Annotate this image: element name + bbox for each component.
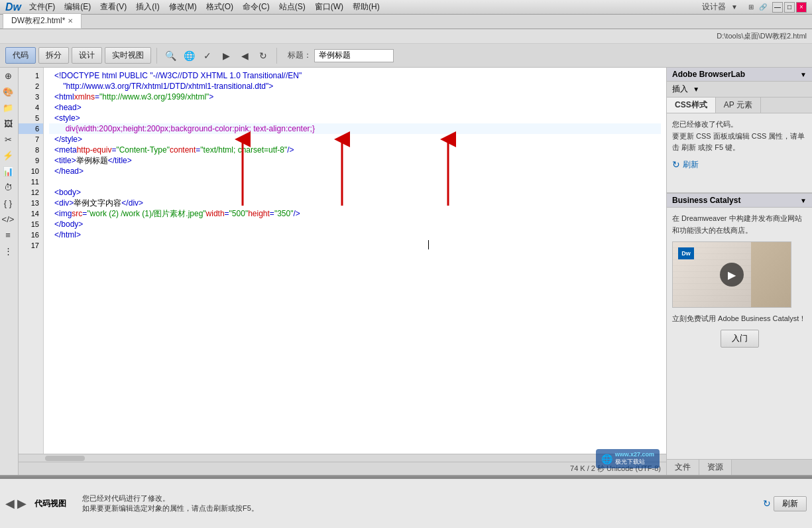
mode-dropdown[interactable]: ▼: [731, 3, 738, 11]
business-catalyst-panel: Business Catalyst ▼ 在 Dreamweaver 中构建并发布…: [667, 193, 812, 353]
line-num-14: 14: [19, 208, 43, 219]
sidebar-insert-icon[interactable]: ⊕: [0, 68, 16, 84]
menu-insert[interactable]: 插入(I): [132, 1, 163, 13]
prop-text: 您已经对代码进行了修改。 如果要更新编辑选定对象的属性，请点击刷新或按F5。: [82, 494, 755, 513]
bc-enter-button[interactable]: 入门: [721, 330, 759, 348]
sidebar-assets-icon[interactable]: 🖼: [0, 115, 16, 131]
watermark-text: www.x27.com 极光下载站: [615, 451, 654, 466]
menu-help[interactable]: 帮助(H): [349, 1, 384, 13]
maximize-button[interactable]: □: [784, 2, 795, 13]
css-ap-tabs: CSS样式 AP 元素: [667, 98, 812, 113]
refresh-icon[interactable]: ↻: [255, 48, 271, 64]
page-title-input[interactable]: [314, 49, 394, 62]
code-editor[interactable]: 1 2 3 4 5 6 7 8 9 10 11 12 13: [19, 68, 666, 454]
watermark: 🌐 www.x27.com 极光下载站: [596, 449, 660, 468]
title-bar-left: Dw 文件(F) 编辑(E) 查看(V) 插入(I) 修改(M) 格式(O) 命…: [5, 1, 384, 13]
watermark-site: www.x27.com: [615, 451, 654, 458]
ap-tab[interactable]: AP 元素: [716, 98, 761, 113]
back-icon[interactable]: ◀: [237, 48, 253, 64]
code-line-4: <head>: [49, 102, 661, 113]
liveview-button[interactable]: 实时视图: [105, 47, 151, 64]
bc-collapse-icon[interactable]: ▼: [800, 197, 807, 204]
css-panel-content: 您已经修改了代码。 要更新 CSS 面板或编辑 CSS 属性，请单击 刷新 或按…: [667, 113, 812, 193]
prop-refresh-row: ↻ 刷新: [763, 496, 807, 511]
left-sidebar: ⊕ 🎨 📁 🖼 ✂ ⚡ 📊 ⏱ { } </> ≡ ⋮: [0, 68, 19, 475]
tab-close-icon[interactable]: ✕: [68, 17, 73, 25]
menu-file[interactable]: 文件(F): [25, 1, 59, 13]
sidebar-layers-icon[interactable]: ≡: [0, 227, 16, 243]
bottom-panel-tabs: 文件 资源: [667, 459, 812, 475]
sidebar-behaviors-icon[interactable]: ⚡: [0, 147, 16, 163]
video-thumbnail[interactable]: Dw ▶: [672, 241, 791, 308]
menu-view[interactable]: 查看(V): [96, 1, 131, 13]
line-numbers: 1 2 3 4 5 6 7 8 9 10 11 12 13: [19, 68, 44, 454]
prop-notice2: 如果要更新编辑选定对象的属性，请点击刷新或按F5。: [82, 503, 755, 513]
nav-left-icon[interactable]: ◀: [5, 496, 15, 511]
line-num-6: 6: [19, 123, 43, 134]
code-line-11: [49, 176, 661, 187]
line-num-8: 8: [19, 145, 43, 155]
prop-refresh-icon[interactable]: ↻: [763, 498, 771, 509]
menu-edit[interactable]: 编辑(E): [60, 1, 95, 13]
scrollbar-thumb[interactable]: [45, 456, 85, 461]
line-num-17: 17: [19, 240, 43, 251]
prop-refresh-button[interactable]: 刷新: [774, 496, 807, 511]
css-tab[interactable]: CSS样式: [667, 98, 716, 113]
bc-title: Business Catalyst: [672, 196, 740, 205]
code-line-9: <title>举例标题</title>: [49, 155, 661, 166]
files-tab[interactable]: 文件: [667, 460, 699, 475]
menu-site[interactable]: 站点(S): [275, 1, 310, 13]
menu-format[interactable]: 格式(O): [202, 1, 237, 13]
horizontal-scrollbar[interactable]: [19, 454, 666, 462]
sidebar-code-icon[interactable]: { }: [0, 195, 16, 211]
code-view-button[interactable]: 代码: [5, 47, 36, 64]
sidebar-history-icon[interactable]: ⏱: [0, 179, 16, 195]
share-icon[interactable]: 🔗: [759, 3, 767, 11]
insert-label: 插入: [672, 84, 688, 94]
line-num-5: 5: [19, 113, 43, 123]
code-line-7: </style>: [49, 134, 661, 145]
code-line-6: div{width:200px;height:200px;background-…: [49, 123, 661, 134]
sidebar-more-icon[interactable]: ⋮: [0, 243, 16, 259]
preview-icon[interactable]: ▶: [218, 48, 234, 64]
sidebar-files-icon[interactable]: 📁: [0, 99, 16, 115]
line-num-7: 7: [19, 134, 43, 145]
code-line-8: <meta http-equiv="Content-Type" content=…: [49, 145, 661, 155]
video-right-panel: [751, 242, 791, 307]
code-line-5: <style>: [49, 113, 661, 123]
refresh-browser-icon[interactable]: 🌐: [181, 48, 197, 64]
line-num-12: 12: [19, 187, 43, 198]
line-num-11: 11: [19, 176, 43, 187]
nav-right-icon[interactable]: ▶: [17, 496, 27, 511]
refresh-circle-icon[interactable]: ↻: [672, 159, 680, 170]
refresh-label[interactable]: 刷新: [683, 159, 699, 170]
code-line-16: </html>: [49, 230, 661, 240]
close-button[interactable]: ×: [796, 2, 807, 13]
menu-command[interactable]: 命令(C): [239, 1, 274, 13]
check-icon[interactable]: ✓: [200, 48, 215, 64]
insert-dropdown-icon[interactable]: ▼: [693, 86, 699, 93]
minimize-button[interactable]: —: [772, 2, 783, 13]
sidebar-tag-icon[interactable]: </>: [0, 211, 16, 227]
design-view-button[interactable]: 设计: [72, 47, 102, 64]
menu-window[interactable]: 窗口(W): [311, 1, 347, 13]
sidebar-snippets-icon[interactable]: ✂: [0, 131, 16, 147]
sidebar-css-icon[interactable]: 🎨: [0, 84, 16, 99]
code-line-14: <img src="work (2) /work (1)/图片素材.jpeg" …: [49, 208, 661, 219]
active-tab[interactable]: DW教程2.html* ✕: [3, 13, 82, 29]
window-controls: — □ ×: [772, 2, 807, 13]
code-line-3: <html xmlns="http://www.w3.org/1999/xhtm…: [49, 92, 661, 102]
split-view-button[interactable]: 拆分: [38, 47, 69, 64]
sidebar-results-icon[interactable]: 📊: [0, 163, 16, 179]
menu-modify[interactable]: 修改(M): [165, 1, 201, 13]
title-bar: Dw 文件(F) 编辑(E) 查看(V) 插入(I) 修改(M) 格式(O) 命…: [0, 0, 812, 15]
code-line-2: "http://www.w3.org/TR/xhtml1/DTD/xhtml1-…: [49, 81, 661, 92]
line-num-2: 2: [19, 81, 43, 92]
browserlab-collapse-icon[interactable]: ▼: [800, 71, 807, 78]
inspect-icon[interactable]: 🔍: [162, 48, 178, 64]
line-num-16: 16: [19, 230, 43, 240]
css-refresh-row: ↻ 刷新: [672, 159, 807, 170]
toolbar-separator: [156, 48, 157, 64]
assets-tab[interactable]: 资源: [699, 460, 732, 475]
layout-icon[interactable]: ⊞: [748, 3, 754, 11]
